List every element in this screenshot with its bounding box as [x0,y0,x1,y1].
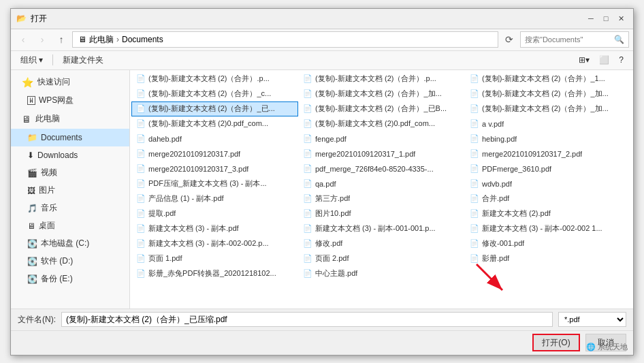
sidebar-item-software-d[interactable]: 💽 软件 (D:) [11,253,129,270]
search-box[interactable]: 🔍 [520,31,629,48]
file-name: (复制)-新建文本文档 (2)（合并）_已B... [315,104,447,114]
file-name: merge20210109120317_1.pdf [315,150,415,158]
list-item[interactable]: 📄hebing.pdf [465,131,632,146]
cancel-button[interactable]: 取消 [585,334,626,351]
toolbar: 组织 ▾ 新建文件夹 ⊞▾ ⬜ ? [11,51,633,70]
pdf-icon: 📄 [136,224,146,233]
sidebar-item-backup-e[interactable]: 💽 备份 (E:) [11,270,129,288]
file-name: a v.pdf [482,120,504,128]
list-item[interactable]: 📄(复制)-新建文本文档 (2)（合并）.p... [298,72,465,86]
list-item[interactable]: 📄(复制)-新建文本文档 (2)（合并）_已B... [298,101,465,116]
new-folder-button[interactable]: 新建文件夹 [59,52,108,67]
sidebar-item-local-c[interactable]: 💽 本地磁盘 (C:) [11,235,129,253]
list-item[interactable]: 📄merge20210109120317.pdf [131,146,298,161]
view-button[interactable]: ⊞▾ [575,52,594,67]
file-name: 修改-001.pdf [482,238,524,249]
refresh-button[interactable]: ⟳ [501,31,517,48]
disk-d-icon: 💽 [27,257,37,266]
list-item[interactable]: 📄中心主题.pdf [298,266,465,281]
list-item[interactable]: 📄(复制)-新建文本文档 (2)0.pdf_com... [298,116,465,131]
file-name: (复制)-新建文本文档 (2)0.pdf_com... [148,119,268,129]
list-item[interactable]: 📄merge20210109120317_2.pdf [465,146,632,161]
list-item[interactable]: 📄merge20210109120317_1.pdf [298,146,465,161]
desktop-label: 桌面 [39,220,55,232]
up-button[interactable]: ↑ [53,31,69,48]
list-item[interactable]: 📄图片10.pdf [298,206,465,221]
list-item[interactable]: 📄修改.pdf [298,236,465,251]
open-button[interactable]: 打开(O) [532,334,580,351]
file-name: (复制)-新建文本文档 (2)（合并）_加... [315,89,442,99]
list-item[interactable]: 📄新建文本文档 (3) - 副本-002-002 1... [465,221,632,236]
list-item[interactable]: 📄新建文本文档 (3) - 副本.pdf [131,221,298,236]
pdf-icon: 📄 [136,89,146,98]
list-item[interactable]: 📄qa.pdf [298,176,465,191]
list-item[interactable]: 📄新建文本文档 (3) - 副本-001-001.p... [298,221,465,236]
file-area[interactable]: 📄(复制)-新建文本文档 (2)（合并）.p...📄(复制)-新建文本文档 (2… [130,70,633,309]
disk-c-icon: 💽 [27,239,37,249]
sidebar-item-desktop[interactable]: 🖥 桌面 [11,217,129,235]
path-folder: Documents [122,35,163,44]
list-item[interactable]: 📄(复制)-新建文本文档 (2)（合并）_加... [465,101,632,116]
list-item[interactable]: 📄(复制)-新建文本文档 (2)（合并）_已... [131,101,298,116]
list-item[interactable]: 📄wdvb.pdf [465,176,632,191]
list-item[interactable]: 📄提取.pdf [131,206,298,221]
file-name: (复制)-新建文本文档 (2)（合并）_c... [148,89,271,99]
list-item[interactable]: 📄新建文本文档 (3) - 副本-002-002.p... [131,236,298,251]
list-item[interactable]: 📄(复制)-新建文本文档 (2)（合并）_1... [465,72,632,86]
list-item[interactable]: 📄第三方.pdf [298,191,465,206]
sidebar-item-documents[interactable]: 📁 Documents [11,129,129,146]
dialog-icon: 📂 [16,14,27,23]
pdf-icon: 📄 [303,209,312,218]
sidebar-item-quick-access[interactable]: ⭐ 快速访问 [11,73,129,92]
list-item[interactable]: 📄(复制)-新建文本文档 (2)（合并）_c... [131,86,298,101]
organize-button[interactable]: 组织 ▾ [16,52,47,67]
address-path[interactable]: 🖥 此电脑 › Documents [72,31,498,48]
list-item[interactable]: 📄a v.pdf [465,116,632,131]
file-name: (复制)-新建文本文档 (2)（合并）.p... [315,74,436,84]
maximize-button[interactable]: □ [599,12,613,25]
path-separator: › [116,35,119,44]
list-item[interactable]: 📄页面 1.pdf [131,251,298,266]
minimize-button[interactable]: ─ [584,12,598,25]
pdf-icon: 📄 [136,269,146,278]
file-name: 新建文本文档 (3) - 副本-001-001.p... [315,223,436,234]
list-item[interactable]: 📄daheb.pdf [131,131,298,146]
sidebar-item-pictures[interactable]: 🖼 图片 [11,182,129,200]
sidebar-item-wps[interactable]: 🅆 WPS网盘 [11,92,129,110]
list-item[interactable]: 📄fenge.pdf [298,131,465,146]
file-name: 新建文本文档 (3) - 副本.pdf [148,223,239,234]
forward-button[interactable]: › [34,31,50,48]
file-name: hebing.pdf [482,135,517,143]
filetype-dropdown[interactable]: *.pdf [558,312,626,327]
list-item[interactable]: 📄PDF压缩_新建文本文档 (3) - 副本... [131,176,298,191]
sidebar-item-this-pc[interactable]: 🖥 此电脑 [11,110,129,129]
filename-input[interactable] [61,312,553,327]
list-item[interactable]: 📄(复制)-新建文本文档 (2)0.pdf_com... [131,116,298,131]
back-button[interactable]: ‹ [15,31,31,48]
sidebar-item-videos[interactable]: 🎬 视频 [11,164,129,182]
list-item[interactable]: 📄merge20210109120317_3.pdf [131,161,298,176]
list-item[interactable]: 📄页面 2.pdf [298,251,465,266]
path-pc: 此电脑 [89,34,114,46]
list-item[interactable]: 📄新建文本文档 (2).pdf [465,206,632,221]
list-item[interactable]: 📄影册_赤兔PDF转换器_20201218102... [131,266,298,281]
help-button[interactable]: ? [615,52,628,67]
pdf-icon: 📄 [136,254,146,263]
list-item[interactable]: 📄合并.pdf [465,191,632,206]
list-item[interactable]: 📄修改-001.pdf [465,236,632,251]
close-button[interactable]: ✕ [614,12,628,25]
list-item[interactable]: 📄(复制)-新建文本文档 (2)（合并）.p... [131,72,298,86]
list-item[interactable]: 📄PDFmerge_3610.pdf [465,161,632,176]
sidebar-item-music[interactable]: 🎵 音乐 [11,200,129,217]
list-item[interactable]: 📄pdf_merge_726f84e0-8520-4335-... [298,161,465,176]
list-item[interactable]: 📄影册.pdf [465,251,632,266]
filename-label: 文件名(N): [18,314,56,326]
sidebar-item-downloads[interactable]: ⬇ Downloads [11,146,129,164]
downloads-icon: ⬇ [27,151,34,160]
list-item[interactable]: 📄(复制)-新建文本文档 (2)（合并）_加... [298,86,465,101]
search-input[interactable] [525,35,611,44]
list-item[interactable]: 📄产品信息 (1) - 副本.pdf [131,191,298,206]
preview-button[interactable]: ⬜ [595,52,613,67]
list-item[interactable]: 📄(复制)-新建文本文档 (2)（合并）_加... [465,86,632,101]
pdf-icon: 📄 [470,149,479,158]
